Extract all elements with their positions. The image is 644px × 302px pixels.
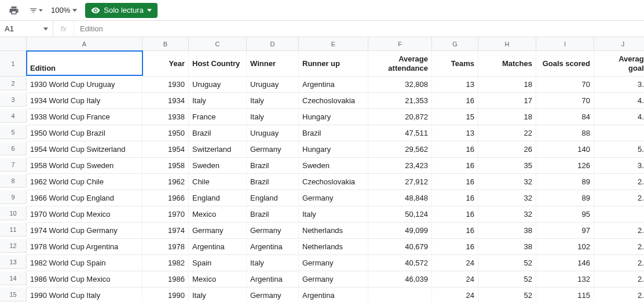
cell[interactable]: 1930 xyxy=(142,77,189,93)
cell[interactable]: Brazil xyxy=(247,206,299,223)
cell[interactable]: Argentina xyxy=(189,239,247,255)
column-header[interactable]: D xyxy=(247,37,299,51)
header-cell[interactable]: Goals scored xyxy=(536,51,594,77)
row-header[interactable]: 11 xyxy=(0,223,27,236)
cell[interactable]: 1950 World Cup Brazil xyxy=(27,125,142,141)
cell[interactable]: Germany xyxy=(299,190,368,206)
cell[interactable]: Netherlands xyxy=(299,239,368,255)
cell[interactable]: Mexico xyxy=(189,271,247,288)
select-all-corner[interactable] xyxy=(0,37,27,51)
cell[interactable]: 115 xyxy=(536,288,594,302)
cell[interactable]: Germany xyxy=(189,223,247,239)
row-header[interactable]: 14 xyxy=(0,271,27,285)
cell[interactable]: 1990 xyxy=(142,288,189,302)
readonly-button[interactable]: Solo lectura xyxy=(85,3,158,18)
header-cell[interactable]: Matches xyxy=(478,51,536,77)
row-header[interactable]: 9 xyxy=(0,190,27,204)
cell[interactable]: 16 xyxy=(432,93,478,109)
header-cell[interactable]: Host Country xyxy=(189,51,247,77)
cell[interactable]: France xyxy=(189,109,247,125)
cell[interactable]: Chile xyxy=(189,174,247,190)
cell[interactable]: 24 xyxy=(432,255,478,271)
column-header[interactable]: B xyxy=(142,37,189,51)
row-header[interactable]: 6 xyxy=(0,141,27,155)
cell[interactable]: 35 xyxy=(478,158,536,174)
row-header[interactable]: 15 xyxy=(0,288,27,301)
cell[interactable]: 1986 World Cup Mexico xyxy=(27,271,142,288)
cell[interactable]: 40,679 xyxy=(368,239,432,255)
cell[interactable]: Czechoslovakia xyxy=(299,93,368,109)
cell[interactable]: 2.2 xyxy=(594,288,644,302)
cell[interactable]: 1970 xyxy=(142,206,189,223)
cell[interactable]: Brazil xyxy=(247,158,299,174)
cell[interactable]: 48,848 xyxy=(368,190,432,206)
cell[interactable]: 13 xyxy=(432,77,478,93)
row-header[interactable]: 12 xyxy=(0,239,27,253)
cell[interactable]: 1938 xyxy=(142,109,189,125)
cell[interactable]: Germany xyxy=(299,271,368,288)
header-cell[interactable]: Average goals xyxy=(594,51,644,77)
cell[interactable]: Germany xyxy=(247,141,299,158)
cell[interactable]: 3 xyxy=(594,206,644,223)
cell[interactable]: 3.9 xyxy=(594,77,644,93)
cell[interactable]: 16 xyxy=(432,239,478,255)
cell[interactable]: 16 xyxy=(432,223,478,239)
header-cell[interactable]: Year xyxy=(142,51,189,77)
row-header[interactable]: 13 xyxy=(0,255,27,269)
cell[interactable]: Brazil xyxy=(247,174,299,190)
cell[interactable]: 2.5 xyxy=(594,271,644,288)
header-cell[interactable]: Edition xyxy=(26,50,143,76)
cell[interactable]: 16 xyxy=(432,174,478,190)
cell[interactable]: Argentina xyxy=(299,288,368,302)
cell[interactable]: 2.8 xyxy=(594,190,644,206)
cell[interactable]: Hungary xyxy=(299,109,368,125)
cell[interactable]: 47,511 xyxy=(368,125,432,141)
cell[interactable]: 52 xyxy=(478,271,536,288)
row-header[interactable]: 10 xyxy=(0,206,27,220)
formula-input[interactable]: Edition xyxy=(74,24,644,33)
cell[interactable]: 23,423 xyxy=(368,158,432,174)
row-header[interactable]: 3 xyxy=(0,93,27,107)
cell[interactable]: 32 xyxy=(478,206,536,223)
cell[interactable]: 5.4 xyxy=(594,141,644,158)
column-header[interactable]: E xyxy=(299,37,368,51)
cell[interactable]: Spain xyxy=(189,255,247,271)
cell[interactable]: 3.6 xyxy=(594,158,644,174)
cell[interactable]: 70 xyxy=(536,77,594,93)
cell[interactable] xyxy=(368,288,432,302)
filter-button[interactable] xyxy=(29,3,43,17)
cell[interactable]: 46,039 xyxy=(368,271,432,288)
header-cell[interactable]: Teams xyxy=(432,51,478,77)
cell[interactable]: 84 xyxy=(536,109,594,125)
cell[interactable]: 2.6 xyxy=(594,223,644,239)
cell[interactable]: 4.1 xyxy=(594,93,644,109)
cell[interactable]: 4.7 xyxy=(594,109,644,125)
column-header[interactable]: G xyxy=(432,37,478,51)
cell[interactable]: Germany xyxy=(299,255,368,271)
cell[interactable]: 1974 World Cup Germany xyxy=(27,223,142,239)
cell[interactable]: 1990 World Cup Italy xyxy=(27,288,142,302)
cell[interactable]: 29,562 xyxy=(368,141,432,158)
cell[interactable]: 97 xyxy=(536,223,594,239)
cell[interactable]: Brazil xyxy=(189,125,247,141)
cell[interactable]: 40,572 xyxy=(368,255,432,271)
column-header[interactable]: C xyxy=(189,37,247,51)
cell[interactable]: 16 xyxy=(432,206,478,223)
cell[interactable]: 1982 xyxy=(142,255,189,271)
cell[interactable]: 32,808 xyxy=(368,77,432,93)
header-cell[interactable]: Average attendance xyxy=(368,51,432,77)
cell[interactable]: 32 xyxy=(478,190,536,206)
cell[interactable]: 18 xyxy=(478,109,536,125)
cell[interactable]: 1982 World Cup Spain xyxy=(27,255,142,271)
cell[interactable]: England xyxy=(247,190,299,206)
cell[interactable]: 89 xyxy=(536,174,594,190)
cell[interactable]: 32 xyxy=(478,174,536,190)
cell[interactable]: 146 xyxy=(536,255,594,271)
print-button[interactable] xyxy=(7,3,21,17)
cell[interactable]: Uruguay xyxy=(247,125,299,141)
cell[interactable]: 70 xyxy=(536,93,594,109)
spreadsheet-grid[interactable]: ABCDEFGHIJ1EditionYearHost CountryWinner… xyxy=(0,37,644,302)
cell[interactable]: 2.8 xyxy=(594,174,644,190)
cell[interactable]: 1974 xyxy=(142,223,189,239)
cell[interactable]: 38 xyxy=(478,239,536,255)
